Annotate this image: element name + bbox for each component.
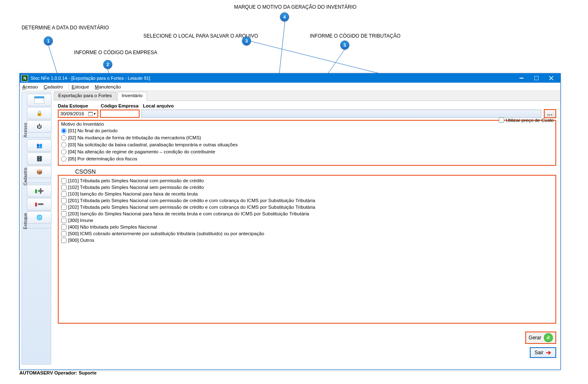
tab-export-fortes[interactable]: Exportação para o Fortes [54,92,116,101]
csosn-chk-300[interactable] [61,218,66,223]
csosn-lbl-202: [202] Tributada pelo Simples Nacional se… [68,204,315,210]
csosn-chk-101[interactable] [61,178,66,184]
label-data-estoque: Data Estoque [58,103,101,108]
csosn-lbl-103: [103] Isenção do Simples Nacional para f… [68,191,198,197]
callout-1-badge: 1 [44,36,53,45]
data-estoque-value: 30/09/2016 [60,111,84,116]
sidebar-btn-lock[interactable]: 🔒 [27,107,52,119]
status-company: AUTOMASERV [19,370,53,375]
power-icon: ⏻ [37,124,42,129]
menu-manutencao[interactable]: Manutenção [95,84,121,89]
callout-5-text: INFORME O CÓGIDO DE TRIBUTAÇÃO [297,33,413,39]
sidebar: Acesso 🔒 ⏻ Cadastro 👥 🗄️ 📦 Estoque ▮➕ ▮➖… [21,92,51,365]
motivo-radio-01[interactable] [61,128,66,134]
callout-2-text: INFORME O CÓDIGO DA EMPRESA [62,50,169,55]
motivo-label-03: [03] Na solicitação da baixa cadastral, … [68,141,237,148]
close-button[interactable] [544,74,559,83]
csosn-lbl-201: [201] Tributada pelo Simples Nacional co… [68,197,315,204]
minimize-button[interactable] [514,74,529,83]
menu-acesso[interactable]: Acesso [22,84,38,89]
csosn-title: CSOSN [75,168,556,175]
codigo-empresa-input[interactable] [100,110,140,118]
menu-cadastro[interactable]: Cadastro [44,84,63,89]
gerar-button[interactable]: Gerar ✓ [525,332,556,344]
sidebar-btn-db[interactable]: 🗄️ [27,153,52,165]
menubar: Acesso Cadastro Estoque Manutenção [20,83,560,91]
csosn-lbl-101: [101] Tributada pelo Simples Nacional co… [68,177,204,184]
csosn-lbl-203: [203] Isenção do Simples Nacional para f… [68,210,309,217]
svg-rect-7 [534,76,538,80]
csosn-lbl-900: [900] Outros [68,237,94,243]
sidebar-group-acesso: Acesso [23,123,28,138]
sidebar-btn-box[interactable]: 📦 [27,166,52,178]
browse-button[interactable]: ... [544,109,556,118]
csosn-chk-201[interactable] [61,198,66,203]
local-arquivo-input[interactable] [141,110,541,118]
csosn-lbl-400: [400] Não tributada pelo Simples Naciona… [68,224,157,230]
lock-icon: 🔒 [36,110,43,116]
label-codigo-empresa: Código Empresa [101,103,143,108]
csosn-chk-400[interactable] [61,224,66,230]
status-operator-label: Operador: [55,370,78,375]
sidebar-btn-add-stock[interactable]: ▮➕ [27,185,52,197]
sidebar-btn-window[interactable] [27,94,52,106]
app-icon: N [21,75,28,81]
label-local-arquivo: Local arquivo [143,103,174,108]
csosn-lbl-300: [300] Imune [68,217,93,224]
motivo-label-04: [04] Na alteração de regime de pagamento… [68,148,215,155]
motivo-label-02: [02] Na mudança de forma de tributação d… [68,134,201,141]
sidebar-btn-users[interactable]: 👥 [27,139,52,152]
tab-inventario[interactable]: Inventário [117,92,147,101]
csosn-chk-103[interactable] [61,191,66,197]
svg-rect-13 [88,112,92,113]
motivo-inventario-group: Motivo do Inventário [01] No final do pe… [58,120,556,166]
csosn-chk-500[interactable] [61,231,66,236]
exit-arrow-icon: ➔ [546,349,551,356]
csosn-chk-900[interactable] [61,238,66,243]
maximize-button[interactable] [529,74,544,83]
csosn-chk-202[interactable] [61,205,66,210]
callout-1-text: DETERMINE A DATA DO INVENTÁRIO [7,25,123,31]
motivo-radio-03[interactable] [61,142,66,148]
database-icon: 🗄️ [36,156,43,162]
tabs: Exportação para o Fortes Inventário [54,91,560,101]
sidebar-btn-power[interactable]: ⏻ [27,120,52,133]
titlebar: N Stoc NFe 1.0.0.14 - [Exportação para o… [20,74,560,83]
app-window: N Stoc NFe 1.0.0.14 - [Exportação para o… [19,73,561,370]
sidebar-btn-globe[interactable]: 🌐 [27,211,52,224]
callout-2-badge: 2 [103,60,112,69]
data-estoque-input[interactable]: 30/09/2016 ▾ [58,110,98,118]
callout-4-text: MARQUE O MOTIVO DA GERAÇÃO DO INVENTÁRIO [223,4,368,10]
csosn-chk-102[interactable] [61,185,66,190]
motivo-radio-05[interactable] [61,156,66,162]
minus-icon: ▮➖ [35,201,44,207]
users-icon: 👥 [36,143,43,148]
globe-icon: 🌐 [36,215,43,220]
calendar-icon [88,111,93,116]
box-icon: 📦 [36,169,43,175]
gerar-label: Gerar [529,335,541,341]
motivo-label-01: [01] No final do período [68,127,118,134]
statusbar: AUTOMASERV Operador: Suporte [19,370,97,375]
motivo-label-05: [05] Por determinação dos fiscos [68,155,137,162]
motivo-radio-02[interactable] [61,135,66,141]
callout-4-badge: 4 [280,12,289,21]
csosn-group: [101] Tributada pelo Simples Nacional co… [58,175,556,324]
motivo-radio-04[interactable] [61,149,66,155]
utilizar-preco-custo-checkbox[interactable] [499,117,504,123]
motivo-inventario-legend: Motivo do Inventário [61,122,553,126]
status-operator: Suporte [78,370,96,375]
menu-estoque[interactable]: Estoque [71,84,89,89]
svg-rect-6 [519,78,524,79]
svg-rect-11 [34,96,44,98]
window-title: Stoc NFe 1.0.0.14 - [Exportação para o F… [31,76,150,81]
callout-3-text: SELECIONE O LOCAL PARA SALVAR O ARQUIVO [126,33,258,39]
csosn-chk-203[interactable] [61,211,66,217]
callout-5-badge: 5 [340,41,349,50]
sidebar-btn-remove-stock[interactable]: ▮➖ [27,198,52,210]
csosn-lbl-500: [500] ICMS cobrado anteriormente por sub… [68,230,264,237]
sair-label: Sair [535,350,543,355]
callout-3-badge: 3 [242,36,251,45]
utilizar-preco-custo-label: Utilizar preço de Custo [506,118,554,123]
sair-button[interactable]: Sair ➔ [530,347,556,358]
